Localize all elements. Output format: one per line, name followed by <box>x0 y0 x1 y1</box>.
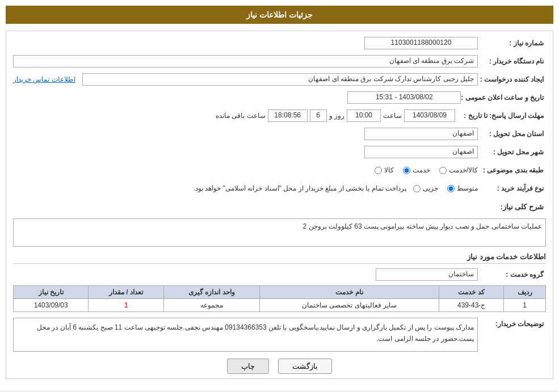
purchase-type-jozei-label: جزیی <box>423 184 438 192</box>
cell-row-num: 1 <box>504 299 546 312</box>
category-khedmat-item[interactable]: خدمت <box>403 166 430 174</box>
deadline-remaining-label: ساعت باقی مانده <box>216 112 266 120</box>
need-description-section-label: شرح کلی نیاز: <box>478 200 546 211</box>
buyer-org-value: شرکت برق منطقه ای اصفهان <box>13 55 478 68</box>
purchase-type-motevaset-item[interactable]: متوسط <box>447 184 478 192</box>
cell-need-date: 1403/09/03 <box>14 299 89 312</box>
category-label: طبقه بندی موضوعی : <box>478 166 546 174</box>
buyer-org-label: نام دستگاه خریدار : <box>478 57 546 65</box>
announce-datetime-label: تاریخ و ساعت اعلان عمومی : <box>461 94 546 102</box>
service-group-value: ساختمان <box>376 268 478 281</box>
deadline-label: مهلت ارسال پاسخ: تا تاریخ : <box>455 112 546 120</box>
purchase-type-jozei-radio[interactable] <box>413 185 421 192</box>
category-khedmat-radio[interactable] <box>403 167 410 174</box>
print-button[interactable]: چاپ <box>227 359 269 374</box>
category-kala-khedmat-radio[interactable] <box>439 167 447 174</box>
purchase-type-label: نوع فرآیند خرید : <box>478 184 546 192</box>
deadline-days: 6 <box>310 109 327 122</box>
service-info-section-title: اطلاعات خدمات مورد نیاز <box>13 252 546 264</box>
cell-service-name: سایر فعالیتهای تخصصی ساختمان <box>260 299 439 312</box>
announce-datetime-value: 1403/08/02 - 15:31 <box>347 91 461 104</box>
creator-label: ایجاد کننده درخواست : <box>478 75 546 83</box>
deadline-remaining: 18:08:56 <box>268 109 308 122</box>
table-row: 1 ج-43-439 سایر فعالیتهای تخصصی ساختمان … <box>14 299 546 312</box>
category-khedmat-label: خدمت <box>413 166 430 174</box>
category-kala-khedmat-label: کالا/خدمت <box>449 166 478 174</box>
col-unit: واحد اندازه گیری <box>163 286 259 299</box>
deadline-days-label: روز و <box>329 112 344 120</box>
category-radio-group: کالا خدمت کالا/خدمت <box>375 166 478 174</box>
category-kala-item[interactable]: کالا <box>375 166 394 174</box>
province-value: اصفهان <box>364 128 478 140</box>
cell-service-code: ج-43-439 <box>439 299 504 312</box>
creator-contact-link[interactable]: اطلاعات تماس خریدار <box>13 75 75 83</box>
purchase-type-motevaset-label: متوسط <box>457 184 478 192</box>
page-title: جزئیات اطلاعات نیاز <box>6 6 553 24</box>
col-need-date: تاریخ نیاز <box>14 286 89 299</box>
cell-quantity: 1 <box>89 299 163 312</box>
category-kala-khedmat-item[interactable]: کالا/خدمت <box>439 166 478 174</box>
buyer-notes-box: مدارک پیوست را پس از تکمیل بارگزاری و ار… <box>13 318 478 352</box>
province-label: استان محل تحویل : <box>478 130 546 138</box>
back-button[interactable]: بازگشت <box>278 359 332 374</box>
buyer-notes-label: توضیحات خریدار: <box>478 318 546 328</box>
need-number-label: شماره نیاز : <box>478 39 546 47</box>
col-quantity: تعداد / مقدار <box>89 286 163 299</box>
category-kala-label: کالا <box>384 166 394 174</box>
col-service-code: کد خدمت <box>439 286 504 299</box>
col-row-num: ردیف <box>504 286 546 299</box>
col-service-name: نام خدمت <box>260 286 439 299</box>
need-number-value: 1103001188000120 <box>364 37 478 49</box>
buttons-row: بازگشت چاپ <box>13 359 546 374</box>
need-description-box: عملیات ساختمانی حمل و نصب دیوار پیش ساخت… <box>13 218 546 247</box>
cell-unit: مجموعه <box>163 299 259 312</box>
purchase-type-jozei-item[interactable]: جزیی <box>413 184 438 192</box>
purchase-type-note: پرداخت تمام یا بخشی از مبلغ خریدار از مح… <box>194 184 406 192</box>
deadline-date: 1403/08/09 <box>404 109 455 122</box>
deadline-time: 10:00 <box>347 109 381 122</box>
purchase-type-motevaset-radio[interactable] <box>447 185 455 192</box>
service-group-label: گروه خدمت : <box>478 271 546 279</box>
deadline-time-label: ساعت <box>383 112 402 120</box>
creator-value: جلیل رجبی کارشناس تدارک شرکت برق منطقه ا… <box>82 73 478 86</box>
items-table: ردیف کد خدمت نام خدمت واحد اندازه گیری ت… <box>13 285 546 312</box>
city-label: شهر محل تحویل : <box>478 148 546 156</box>
purchase-type-radio-group: جزیی متوسط <box>413 184 478 192</box>
city-value: اصفهان <box>364 146 478 158</box>
category-kala-radio[interactable] <box>375 167 382 174</box>
